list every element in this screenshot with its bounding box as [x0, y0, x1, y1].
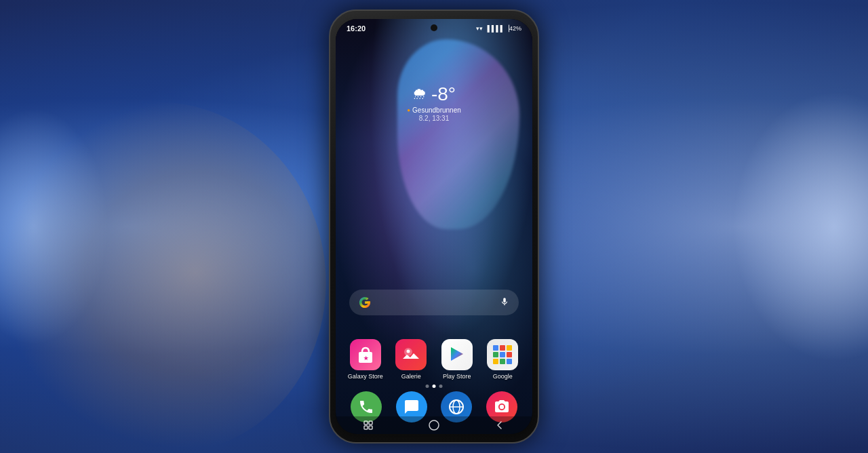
galaxy-store-label: Galaxy Store — [348, 373, 383, 380]
weather-main: 🌨 -8° — [407, 83, 461, 105]
google-grid-icon — [490, 342, 515, 367]
app-galaxy-store[interactable]: ★ Galaxy Store — [345, 339, 386, 380]
weather-widget: 🌨 -8° ● Gesundbrunnen 8.2, 13:31 — [407, 83, 461, 122]
app-google[interactable]: Google — [483, 339, 524, 380]
volume-up-button — [329, 92, 330, 116]
phone-body: 16:20 ▾▾ ▐▐▐▐ ▕42% 🌨 -8° ● Gesundbrunnen… — [329, 9, 539, 444]
weather-temperature: -8° — [431, 83, 456, 105]
svg-rect-10 — [369, 426, 372, 429]
battery-icon: ▕42% — [505, 25, 521, 32]
paint-stroke — [397, 39, 519, 229]
home-button[interactable] — [424, 418, 444, 432]
app-galerie[interactable]: Galerie — [391, 339, 432, 380]
nav-bar — [336, 416, 532, 434]
weather-date: 8.2, 13:31 — [407, 115, 461, 122]
wifi-icon: ▾▾ — [476, 25, 483, 32]
svg-text:★: ★ — [363, 355, 368, 361]
galerie-label: Galerie — [401, 373, 421, 380]
svg-point-11 — [429, 420, 439, 430]
app-grid: ★ Galaxy Store Galerie — [345, 339, 523, 380]
google-app-icon — [487, 339, 518, 370]
power-button — [538, 106, 539, 146]
phone-device: 16:20 ▾▾ ▐▐▐▐ ▕42% 🌨 -8° ● Gesundbrunnen… — [329, 9, 539, 444]
google-logo — [359, 296, 371, 309]
svg-point-3 — [407, 350, 410, 353]
location-name: Gesundbrunnen — [412, 106, 461, 114]
mic-icon[interactable] — [500, 297, 509, 309]
app-play-store[interactable]: Play Store — [437, 339, 477, 380]
phone-screen: 16:20 ▾▾ ▐▐▐▐ ▕42% 🌨 -8° ● Gesundbrunnen… — [336, 19, 532, 434]
location-dot: ● — [407, 107, 410, 113]
galerie-icon — [395, 339, 427, 370]
recents-button[interactable] — [358, 418, 378, 432]
play-store-icon — [441, 339, 473, 370]
signal-icon: ▐▐▐▐ — [485, 25, 502, 32]
google-search-bar[interactable] — [349, 290, 519, 315]
volume-down-button — [329, 123, 330, 146]
camera-notch — [431, 24, 437, 31]
svg-rect-8 — [369, 421, 372, 425]
google-label: Google — [493, 373, 513, 380]
galaxy-store-icon: ★ — [350, 339, 381, 370]
weather-icon: 🌨 — [412, 85, 427, 103]
svg-rect-9 — [364, 426, 368, 429]
status-time: 16:20 — [347, 24, 366, 33]
play-store-label: Play Store — [443, 373, 471, 380]
weather-location: ● Gesundbrunnen — [407, 106, 461, 114]
svg-rect-7 — [364, 421, 368, 425]
status-icons: ▾▾ ▐▐▐▐ ▕42% — [476, 25, 521, 32]
back-button[interactable] — [490, 418, 510, 432]
